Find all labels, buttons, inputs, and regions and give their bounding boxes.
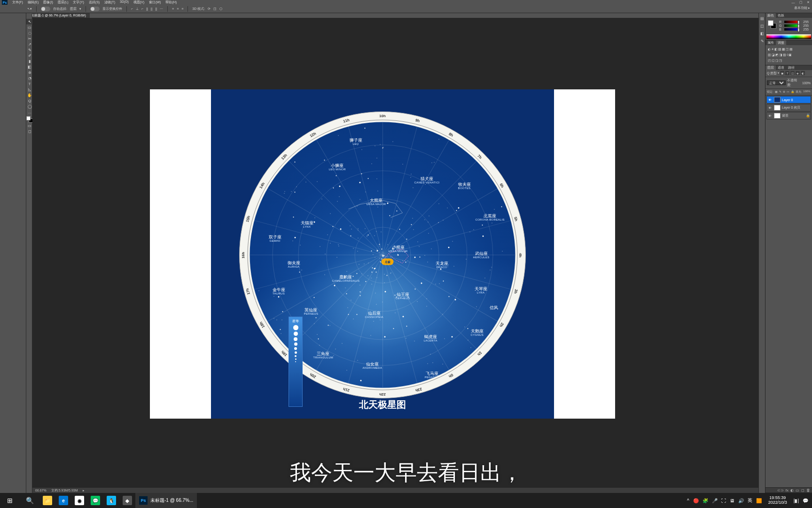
menu-filter[interactable]: 滤镜(T) xyxy=(102,0,117,5)
adj-icon[interactable]: ◱ xyxy=(772,59,775,63)
visibility-toggle[interactable]: 👁 xyxy=(767,114,773,118)
tab-paths[interactable]: 路径 xyxy=(786,65,796,70)
tray-volume-icon[interactable]: 🔊 xyxy=(738,498,744,503)
menu-help[interactable]: 帮助(H) xyxy=(164,0,179,5)
pencil-tool[interactable]: ✐ xyxy=(26,53,33,58)
menu-layer[interactable]: 图层(L) xyxy=(56,0,70,5)
tray-project-icon[interactable]: ⛶ xyxy=(721,498,726,503)
more-icon[interactable]: ⋯ xyxy=(160,7,163,11)
threed-icon[interactable]: ⟳ xyxy=(208,7,211,11)
auto-select-toggle[interactable] xyxy=(41,7,50,11)
menu-3d[interactable]: 3D(D) xyxy=(118,0,131,5)
adj-icon[interactable]: ◐ xyxy=(768,48,771,51)
status-arrow-icon[interactable]: ▸ xyxy=(83,489,85,492)
visibility-toggle[interactable]: 👁 xyxy=(767,98,773,102)
brush-tool[interactable]: ✎ xyxy=(26,47,33,53)
filter-smart-icon[interactable]: ◐ xyxy=(801,71,805,75)
adj-icon[interactable]: ▨ xyxy=(778,48,781,51)
close-button[interactable]: ✕ xyxy=(804,0,812,5)
link-layers-icon[interactable]: ⊂⊃ xyxy=(777,488,784,492)
menu-window[interactable]: 窗口(W) xyxy=(147,0,163,5)
screenmode-tool[interactable]: ◻ xyxy=(26,128,33,134)
canvas-area[interactable]: 北极 狮子座LEO小狮座LEO MINOR猎犬座CANES VENATICI牧夫… xyxy=(32,18,765,493)
filter-adjust-icon[interactable]: ◫ xyxy=(790,71,795,75)
collapsed-panel-icon[interactable]: ◫ xyxy=(759,23,765,29)
new-layer-icon[interactable]: ◻ xyxy=(801,488,804,492)
tray-chevron-icon[interactable]: ^ xyxy=(687,498,689,503)
adj-icon[interactable]: ◊ xyxy=(787,53,788,57)
menu-file[interactable]: 文件(F) xyxy=(10,0,25,5)
align-icon[interactable]: ⊥ xyxy=(136,7,139,11)
adj-icon[interactable]: ▤ xyxy=(789,48,793,51)
layer-item[interactable]: 👁Layer 0 xyxy=(766,96,811,103)
layer-item[interactable]: 👁背景🔒 xyxy=(766,112,811,119)
tray-display-icon[interactable]: 🖥 xyxy=(730,498,734,503)
gradient-tool[interactable]: ◧ xyxy=(26,64,33,70)
layer-item[interactable]: 👁Layer 0 拷贝 xyxy=(766,104,811,111)
taskbar-app-edge[interactable]: e xyxy=(55,493,71,508)
taskbar-app-chrome[interactable]: ◉ xyxy=(71,493,87,508)
align-icon[interactable]: ⌐ xyxy=(141,7,143,10)
tray-icon[interactable]: 🧩 xyxy=(703,498,708,503)
move-tool[interactable]: ↖ xyxy=(26,19,33,24)
threed-icon[interactable]: ◫ xyxy=(213,7,217,11)
color-chip[interactable] xyxy=(768,20,776,29)
maximize-button[interactable]: ▢ xyxy=(797,0,804,5)
taskbar-app-wechat[interactable]: 💬 xyxy=(87,493,103,508)
filter-pixel-icon[interactable]: ▣ xyxy=(780,71,784,75)
lock-icon[interactable]: ✎ xyxy=(779,90,781,94)
start-button[interactable]: ⊞ xyxy=(0,493,20,508)
crop-tool[interactable]: ✂ xyxy=(26,36,33,41)
lock-icon[interactable]: 🔒 xyxy=(791,90,794,94)
path-tool[interactable]: ◺ xyxy=(26,87,33,92)
lock-icon[interactable]: ▦ xyxy=(775,90,778,94)
marquee-tool[interactable]: ▭ xyxy=(26,24,33,30)
taskbar-app-qq[interactable]: 🐧 xyxy=(103,493,119,508)
adj-icon[interactable]: ◪ xyxy=(772,53,775,57)
tab-layers[interactable]: 图层 xyxy=(765,65,776,70)
chevron-down-icon[interactable]: ▾ xyxy=(778,71,779,76)
filter-shape-icon[interactable]: ◈ xyxy=(796,71,800,75)
fill-value[interactable]: 100% xyxy=(803,90,810,94)
align-icon[interactable]: || xyxy=(155,7,157,10)
hand-tool[interactable]: ✋ xyxy=(26,92,33,98)
pen-tool[interactable]: ◔ xyxy=(26,75,33,81)
align-icon[interactable]: || xyxy=(151,7,153,10)
new-group-icon[interactable]: ▭ xyxy=(796,488,799,492)
visibility-toggle[interactable]: 👁 xyxy=(767,106,773,110)
zoom-level[interactable]: 66.67% xyxy=(35,489,47,492)
taskbar-photoshop[interactable]: Ps 未标题-1 @ 66.7%... xyxy=(135,493,197,508)
adj-icon[interactable]: ▧ xyxy=(783,53,786,57)
tab-adjustments[interactable]: 调整 xyxy=(776,40,786,45)
adj-icon[interactable]: ▦ xyxy=(782,48,785,51)
tab-properties[interactable]: 属性 xyxy=(765,40,776,45)
lasso-tool[interactable]: ◌ xyxy=(26,30,33,36)
adj-icon[interactable]: ◳ xyxy=(779,59,782,63)
menu-view[interactable]: 视图(V) xyxy=(132,0,146,5)
adj-icon[interactable]: ◲ xyxy=(775,59,779,63)
transform-controls-toggle[interactable] xyxy=(90,7,100,11)
adj-icon[interactable]: ☀ xyxy=(771,48,774,51)
distribute-icon[interactable]: ≡ xyxy=(177,7,179,10)
collapsed-panel-icon[interactable]: ✎ xyxy=(759,38,765,44)
opacity-value[interactable]: 100% xyxy=(802,81,811,85)
eyedropper-tool[interactable]: ↗ xyxy=(26,41,33,47)
type-tool[interactable]: T xyxy=(26,81,33,87)
adj-icon[interactable]: ▣ xyxy=(789,53,792,57)
slider-b[interactable]: B255 xyxy=(779,28,809,31)
taskbar-clock[interactable]: 19:55:39 2022/10/3 xyxy=(765,496,790,505)
menu-edit[interactable]: 编辑(E) xyxy=(26,0,40,5)
taskbar-app-app-gray[interactable]: ◆ xyxy=(119,493,135,508)
search-button[interactable]: 🔍 xyxy=(20,493,39,508)
delete-layer-icon[interactable]: 🗑 xyxy=(806,488,810,492)
minimize-button[interactable]: — xyxy=(789,0,797,5)
mask-icon[interactable]: ◐ xyxy=(790,488,794,492)
menu-image[interactable]: 图像(I) xyxy=(41,0,55,5)
ellipse-tool[interactable]: ◯ xyxy=(26,103,33,109)
tray-side-icon[interactable]: |▮| xyxy=(794,498,799,503)
distribute-icon[interactable]: ≡ xyxy=(181,7,183,10)
blend-mode-select[interactable]: 正常 xyxy=(767,80,786,85)
color-spectrum[interactable] xyxy=(766,34,811,39)
adj-icon[interactable]: ◫ xyxy=(786,48,789,51)
filter-type-icon[interactable]: T xyxy=(785,71,789,75)
